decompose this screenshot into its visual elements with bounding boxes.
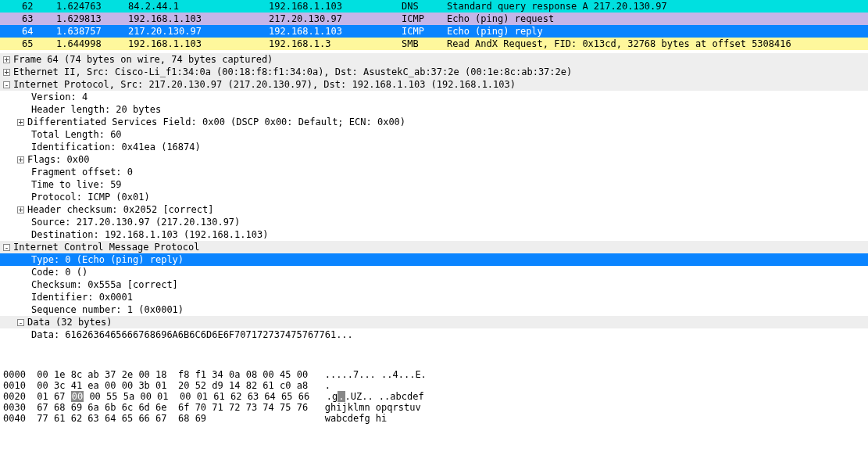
tree-ip-flags[interactable]: +Flags: 0x00 bbox=[0, 153, 868, 166]
col-info: Echo (ping) reply bbox=[447, 25, 868, 38]
col-src: 217.20.130.97 bbox=[128, 25, 269, 38]
expand-icon[interactable]: + bbox=[17, 206, 24, 213]
packet-row[interactable]: 631.629813192.168.1.103217.20.130.97ICMP… bbox=[0, 13, 868, 25]
col-proto: ICMP bbox=[402, 13, 447, 25]
tree-ip-hlen[interactable]: Header length: 20 bytes bbox=[0, 103, 868, 116]
col-time: 1.638757 bbox=[56, 25, 128, 38]
col-dst: 192.168.1.103 bbox=[269, 25, 402, 38]
expand-icon[interactable]: + bbox=[17, 119, 24, 126]
tree-ip[interactable]: -Internet Protocol, Src: 217.20.130.97 (… bbox=[0, 78, 868, 91]
col-no: 64 bbox=[0, 25, 56, 38]
collapse-icon[interactable]: - bbox=[3, 244, 10, 251]
tree-icmp-chk[interactable]: Checksum: 0x555a [correct] bbox=[0, 278, 868, 291]
packet-details[interactable]: +Frame 64 (74 bytes on wire, 74 bytes ca… bbox=[0, 50, 868, 341]
expand-icon[interactable]: + bbox=[17, 156, 24, 163]
tree-ip-src[interactable]: Source: 217.20.130.97 (217.20.130.97) bbox=[0, 216, 868, 228]
tree-ip-tlen[interactable]: Total Length: 60 bbox=[0, 128, 868, 141]
tree-ip-proto[interactable]: Protocol: ICMP (0x01) bbox=[0, 191, 868, 203]
packet-list[interactable]: 621.62476384.2.44.1192.168.1.103DNSStand… bbox=[0, 0, 868, 50]
tree-icmp-id[interactable]: Identifier: 0x0001 bbox=[0, 291, 868, 303]
tree-data-bytes[interactable]: Data: 6162636465666768696A6B6C6D6E6F7071… bbox=[0, 328, 868, 341]
tree-icmp-seq[interactable]: Sequence number: 1 (0x0001) bbox=[0, 303, 868, 316]
collapse-icon[interactable]: - bbox=[3, 81, 10, 88]
col-proto: DNS bbox=[402, 0, 447, 13]
col-dst: 192.168.1.103 bbox=[269, 0, 402, 13]
pane-separator[interactable] bbox=[0, 341, 868, 368]
packet-row[interactable]: 651.644998192.168.1.103192.168.1.3SMBRea… bbox=[0, 38, 868, 50]
col-src: 84.2.44.1 bbox=[128, 0, 269, 13]
tree-frame[interactable]: +Frame 64 (74 bytes on wire, 74 bytes ca… bbox=[0, 53, 868, 66]
col-proto: SMB bbox=[402, 38, 447, 50]
hex-row[interactable]: 0000 00 1e 8c ab 37 2e 00 18 f8 f1 34 0a… bbox=[0, 369, 868, 380]
col-no: 63 bbox=[0, 13, 56, 25]
tree-ip-dsf[interactable]: +Differentiated Services Field: 0x00 (DS… bbox=[0, 116, 868, 128]
col-time: 1.629813 bbox=[56, 13, 128, 25]
col-proto: ICMP bbox=[402, 25, 447, 38]
col-dst: 192.168.1.3 bbox=[269, 38, 402, 50]
tree-ip-chk[interactable]: +Header checksum: 0x2052 [correct] bbox=[0, 203, 868, 216]
tree-ip-version[interactable]: Version: 4 bbox=[0, 91, 868, 103]
tree-ip-ttl[interactable]: Time to live: 59 bbox=[0, 178, 868, 191]
tree-ip-frag[interactable]: Fragment offset: 0 bbox=[0, 166, 868, 178]
col-info: Standard query response A 217.20.130.97 bbox=[447, 0, 868, 13]
packet-row[interactable]: 621.62476384.2.44.1192.168.1.103DNSStand… bbox=[0, 0, 868, 13]
tree-icmp[interactable]: -Internet Control Message Protocol bbox=[0, 241, 868, 253]
tree-ethernet[interactable]: +Ethernet II, Src: Cisco-Li_f1:34:0a (00… bbox=[0, 66, 868, 78]
tree-icmp-code[interactable]: Code: 0 () bbox=[0, 266, 868, 278]
hex-row[interactable]: 0020 01 67 00 00 55 5a 00 01 00 01 61 62… bbox=[0, 391, 868, 402]
col-no: 65 bbox=[0, 38, 56, 50]
hex-row[interactable]: 0010 00 3c 41 ea 00 00 3b 01 20 52 d9 14… bbox=[0, 380, 868, 391]
col-dst: 217.20.130.97 bbox=[269, 13, 402, 25]
expand-icon[interactable]: + bbox=[3, 56, 10, 63]
col-src: 192.168.1.103 bbox=[128, 38, 269, 50]
tree-ip-id[interactable]: Identification: 0x41ea (16874) bbox=[0, 141, 868, 153]
hex-row[interactable]: 0040 77 61 62 63 64 65 66 67 68 69 wabcd… bbox=[0, 413, 868, 424]
selected-byte: 00 bbox=[71, 391, 84, 402]
col-time: 1.644998 bbox=[56, 38, 128, 50]
collapse-icon[interactable]: - bbox=[17, 319, 24, 326]
tree-icmp-type[interactable]: Type: 0 (Echo (ping) reply) bbox=[0, 253, 868, 266]
expand-icon[interactable]: + bbox=[3, 69, 10, 76]
col-time: 1.624763 bbox=[56, 0, 128, 13]
col-no: 62 bbox=[0, 0, 56, 13]
hex-dump[interactable]: 0000 00 1e 8c ab 37 2e 00 18 f8 f1 34 0a… bbox=[0, 368, 868, 424]
col-info: Echo (ping) request bbox=[447, 13, 868, 25]
selected-ascii: . bbox=[338, 391, 345, 402]
col-src: 192.168.1.103 bbox=[128, 13, 269, 25]
col-info: Read AndX Request, FID: 0x13cd, 32768 by… bbox=[447, 38, 868, 50]
tree-ip-dst[interactable]: Destination: 192.168.1.103 (192.168.1.10… bbox=[0, 228, 868, 241]
hex-row[interactable]: 0030 67 68 69 6a 6b 6c 6d 6e 6f 70 71 72… bbox=[0, 402, 868, 413]
tree-data[interactable]: -Data (32 bytes) bbox=[0, 316, 868, 328]
packet-row[interactable]: 641.638757217.20.130.97192.168.1.103ICMP… bbox=[0, 25, 868, 38]
